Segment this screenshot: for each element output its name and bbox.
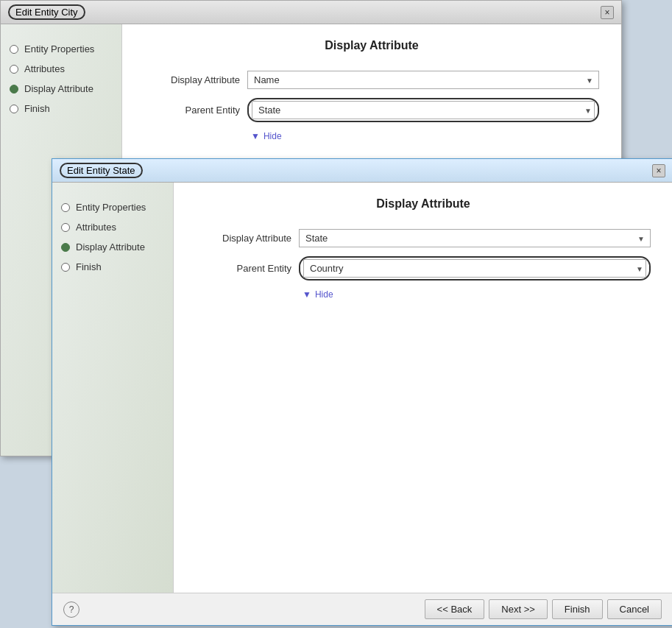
city-display-attribute-label: Display Attribute (144, 74, 240, 85)
state-dialog-titlebar: Edit Entity State × (52, 159, 672, 183)
city-sidebar-item-display-attribute[interactable]: Display Attribute (1, 79, 121, 99)
city-parent-entity-label: Parent Entity (144, 105, 240, 116)
city-hide-label: Hide (264, 131, 282, 141)
city-radio-finish (10, 105, 18, 113)
city-display-attribute-row: Display Attribute Name Code ID ▼ (144, 71, 599, 89)
city-hide-row[interactable]: ▼ Hide (251, 131, 599, 141)
city-sidebar-item-entity-properties[interactable]: Entity Properties (1, 39, 121, 59)
state-display-attribute-label: Display Attribute (196, 233, 291, 244)
state-dialog-footer: ? << Back Next >> Finish Cancel (52, 593, 672, 625)
city-display-attribute-select[interactable]: Name Code ID (247, 71, 599, 89)
state-display-attribute-row: Display Attribute State Code ID ▼ (196, 229, 651, 247)
city-parent-entity-select-wrapper: State Country None ▼ (247, 98, 599, 122)
state-hide-label: Hide (315, 289, 333, 300)
state-radio-attributes (61, 223, 70, 232)
city-sidebar-label-entity-properties: Entity Properties (24, 43, 94, 54)
state-parent-entity-select[interactable]: Country None (303, 259, 646, 278)
state-footer-buttons: << Back Next >> Finish Cancel (425, 599, 662, 619)
state-radio-display-attribute (61, 243, 70, 252)
city-dialog-titlebar: Edit Entity City × (1, 1, 621, 24)
state-dialog-body: Entity Properties Attributes Display Att… (52, 183, 672, 593)
state-section-title: Display Attribute (196, 197, 651, 211)
city-sidebar-label-attributes: Attributes (24, 63, 65, 74)
city-sidebar-label-display-attribute: Display Attribute (24, 83, 93, 94)
city-parent-entity-select[interactable]: State Country None (252, 101, 595, 119)
city-radio-entity-properties (10, 45, 18, 54)
state-display-attribute-select[interactable]: State Code ID (299, 229, 651, 247)
state-finish-button[interactable]: Finish (552, 599, 603, 619)
city-parent-entity-row: Parent Entity State Country None ▼ (144, 98, 599, 122)
state-sidebar-label-display-attribute: Display Attribute (76, 241, 145, 253)
city-close-button[interactable]: × (601, 6, 614, 19)
state-help-button[interactable]: ? (63, 601, 79, 618)
city-dialog-title: Edit Entity City (8, 4, 85, 20)
state-main-content: Display Attribute Display Attribute Stat… (174, 183, 672, 593)
state-next-button[interactable]: Next >> (489, 599, 548, 619)
city-hide-triangle-icon: ▼ (251, 131, 260, 141)
state-sidebar-item-entity-properties[interactable]: Entity Properties (52, 197, 173, 217)
state-dialog-title: Edit Entity State (60, 163, 143, 178)
city-radio-display-attribute (10, 85, 18, 94)
state-sidebar-item-display-attribute[interactable]: Display Attribute (52, 237, 173, 257)
city-section-title: Display Attribute (144, 39, 599, 52)
city-sidebar-item-attributes[interactable]: Attributes (1, 59, 121, 79)
state-display-attribute-select-wrapper: State Code ID ▼ (299, 229, 651, 247)
edit-entity-state-dialog: Edit Entity State × Entity Properties At… (52, 158, 672, 626)
state-radio-entity-properties (61, 203, 70, 212)
state-radio-finish (61, 263, 70, 272)
city-display-attribute-select-wrapper: Name Code ID ▼ (247, 71, 599, 89)
state-sidebar-label-entity-properties: Entity Properties (76, 202, 146, 213)
city-sidebar-label-finish: Finish (24, 103, 50, 114)
state-parent-entity-label: Parent Entity (196, 263, 291, 274)
state-sidebar-item-finish[interactable]: Finish (52, 257, 173, 277)
state-parent-entity-row: Parent Entity Country None ▼ (196, 256, 651, 281)
state-cancel-button[interactable]: Cancel (607, 599, 662, 619)
state-parent-entity-select-wrapper: Country None ▼ (299, 256, 651, 281)
state-sidebar-label-finish: Finish (76, 261, 102, 272)
state-close-button[interactable]: × (652, 164, 665, 177)
state-hide-row[interactable]: ▼ Hide (303, 289, 651, 300)
state-back-button[interactable]: << Back (425, 599, 485, 619)
city-radio-attributes (10, 65, 18, 74)
state-sidebar: Entity Properties Attributes Display Att… (52, 183, 174, 593)
state-sidebar-item-attributes[interactable]: Attributes (52, 217, 173, 237)
state-sidebar-label-attributes: Attributes (76, 222, 116, 233)
state-hide-triangle-icon: ▼ (303, 289, 311, 300)
city-sidebar-item-finish[interactable]: Finish (1, 99, 121, 119)
